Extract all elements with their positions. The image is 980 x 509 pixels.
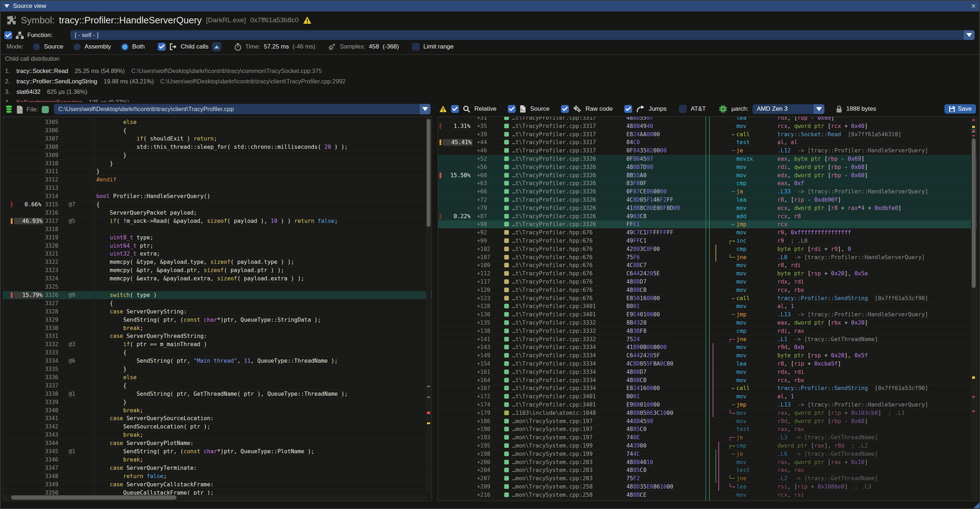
source-line-row[interactable]: 3341 case ServerQuerySourceLocation: <box>3 414 431 423</box>
line-number[interactable]: 3327 <box>45 300 58 307</box>
line-number[interactable]: 3326 <box>45 292 58 298</box>
asm-source-location[interactable]: …t\TracyProfiler.cpp:3401 <box>512 393 596 400</box>
asm-source-location[interactable]: …t\TracyProfiler.cpp:3332 <box>512 320 596 326</box>
line-number[interactable]: 3340 <box>45 407 58 414</box>
asm-source-location[interactable]: …mon\TracySystem.cpp:199 <box>512 451 593 457</box>
child-call-name[interactable]: stat64i32 <box>16 88 41 95</box>
mode-option-both[interactable]: Both <box>132 43 145 50</box>
source-line-row[interactable]: 0.66%3315@7{ <box>3 200 431 209</box>
asm-instruction-row[interactable]: +107…t\TracyProfiler.hpp:67675F6└─jne.L0… <box>438 253 977 262</box>
source-vscrollbar[interactable] <box>426 117 431 493</box>
line-number[interactable]: 3341 <box>45 415 58 422</box>
att-label[interactable]: AT&T <box>691 105 706 113</box>
source-line-row[interactable]: 3345@1 SendString( ptr, (const char*)ptr… <box>3 447 431 456</box>
source-line-row[interactable]: 3340 break; <box>3 407 431 415</box>
asm-mnemonic[interactable]: mov <box>737 262 746 269</box>
child-call-entry[interactable]: 3.stat64i32625 µs (1.36%) <box>5 87 88 96</box>
child-call-entry[interactable]: 1.tracy::Socket::Read25.25 ms (54.89%)C:… <box>5 66 321 75</box>
asm-instruction-row[interactable]: +63…t\TracyProfiler.cpp:332683F80Fcmpeax… <box>438 180 977 188</box>
asm-instruction-row[interactable]: +200…mon\TracySystem.cpp:203488B4010movr… <box>438 458 977 466</box>
asm-source-location[interactable]: …t\TracyProfiler.hpp:676 <box>512 270 593 277</box>
source-line-row[interactable]: 3333 { <box>3 349 431 357</box>
asm-instruction-row[interactable]: +154…t\TracyProfiler.cpp:33344C8D055FBA0… <box>438 360 977 368</box>
jumps-checkbox[interactable] <box>624 105 632 113</box>
asm-mnemonic[interactable]: mov <box>737 164 746 170</box>
asm-source-location[interactable]: …t\TracyProfiler.cpp:3401 <box>512 401 596 408</box>
source-line-row[interactable]: 3314bool Profiler::HandleServerQuery() <box>3 192 431 200</box>
title-bar[interactable]: Source view × <box>1 1 979 11</box>
asm-source-location[interactable]: …t\TracyProfiler.cpp:3317 <box>512 116 596 121</box>
source-line-row[interactable]: 3332@3 if( ptr == m_mainThread ) <box>3 340 431 349</box>
source-line-row[interactable]: 3337 { <box>3 382 431 390</box>
line-number[interactable]: 3347 <box>45 465 58 471</box>
asm-instruction-row[interactable]: 45.41%+44…t\TracyProfiler.cpp:331784C0te… <box>438 138 977 147</box>
asm-mnemonic[interactable]: mov <box>737 172 746 179</box>
line-number[interactable]: 3342 <box>45 423 58 430</box>
asm-instruction-row[interactable]: +135…t\TracyProfiler.cpp:33328B4320movea… <box>438 319 977 327</box>
source-line-row[interactable]: 3313 <box>3 184 431 192</box>
asm-instruction-row[interactable]: +167…t\TracyProfiler.cpp:3334E824160000←… <box>438 384 977 393</box>
source-line-row[interactable]: 3316 ServerQueryPacket payload; <box>3 209 431 217</box>
source-line-row[interactable]: 3329 SendString( ptr, (const char*)ptr, … <box>3 316 431 324</box>
line-number[interactable]: 3334 <box>45 358 58 364</box>
line-number[interactable]: 3322 <box>45 259 58 265</box>
asm-source-location[interactable]: …mon\TracySystem.cpp:197 <box>512 426 593 433</box>
resize-grip[interactable] <box>974 503 979 508</box>
asm-source-location[interactable]: …t\TracyProfiler.cpp:3334 <box>512 352 596 359</box>
asm-source-location[interactable]: …t\TracyProfiler.cpp:3334 <box>512 377 596 383</box>
asm-source-location[interactable]: …t\TracyProfiler.cpp:3326 <box>512 156 596 162</box>
collapse-triangle-icon[interactable] <box>4 4 10 8</box>
asm-mnemonic[interactable]: mov <box>737 344 746 350</box>
asm-instruction-row[interactable]: +193…mon\TracySystem.cpp:197740E┌─je.L3 … <box>438 434 977 442</box>
asm-instruction-row[interactable]: +31…t\TracyProfiler.cpp:3317488D5597lear… <box>438 116 977 122</box>
uarch-select-arrow-icon[interactable] <box>814 104 824 114</box>
asm-vscroll-thumb[interactable] <box>972 138 976 288</box>
close-icon[interactable]: × <box>971 2 976 10</box>
asm-source-location[interactable]: …t\TracyProfiler.hpp:676 <box>512 246 593 252</box>
source-line-row[interactable]: 3323 memcpy( &ptr, &payload.ptr, sizeof(… <box>3 266 431 275</box>
source-line-row[interactable]: 3331 case ServerQueryThreadString: <box>3 332 431 340</box>
asm-instruction-row[interactable]: +79…t\TracyProfiler.cpp:3326418B8C80E0BF… <box>438 204 977 212</box>
asm-instruction-row[interactable]: +149…t\TracyProfiler.cpp:3334C64424205Fm… <box>438 352 977 360</box>
asm-instruction-row[interactable]: 1.31%+35…t\TracyProfiler.cpp:3317488B494… <box>438 122 977 130</box>
asm-mnemonic[interactable]: mov <box>737 410 746 416</box>
asm-mnemonic[interactable]: call <box>737 295 749 302</box>
line-number[interactable]: 3312 <box>45 177 58 183</box>
asm-source-location[interactable]: …t\TracyProfiler.cpp:3326 <box>512 180 596 186</box>
asm-source-location[interactable]: …t\TracyProfiler.cpp:3334 <box>512 385 596 391</box>
asm-source-location[interactable]: …t\TracyProfiler.hpp:676 <box>512 295 593 302</box>
source-line-row[interactable]: 3346 break; <box>3 456 431 464</box>
asm-instruction-row[interactable]: +209…mon\TracySystem.cpp:258488D35E88610… <box>438 483 977 491</box>
source-line-row[interactable]: 3320 uint64_t ptr; <box>3 242 431 250</box>
asm-instruction-row[interactable]: +56…t\TracyProfiler.cpp:3326488B7D98movr… <box>438 163 977 172</box>
asm-source-location[interactable]: …t\TracyProfiler.hpp:676 <box>512 254 593 261</box>
mode-radio-source[interactable] <box>33 43 40 51</box>
source-checkbox[interactable] <box>508 105 516 113</box>
source-pane[interactable]: 3305 else3306 {3307 if( shouldExit ) ret… <box>3 116 432 501</box>
source-line-row[interactable]: 3305 else <box>3 118 431 127</box>
asm-mnemonic[interactable]: add <box>737 213 746 220</box>
line-number[interactable]: 3320 <box>45 243 58 249</box>
source-line-row[interactable]: 3325 <box>3 283 431 291</box>
asm-instruction-row[interactable]: +128…t\TracyProfiler.cpp:3401B001moval, … <box>438 302 977 310</box>
line-number[interactable]: 3338 <box>45 391 58 397</box>
asm-mnemonic[interactable]: test <box>737 467 749 473</box>
asm-source-location[interactable]: …t\TracyProfiler.cpp:3317 <box>512 123 596 129</box>
asm-instruction-row[interactable]: +198…mon\TracySystem.cpp:199744C─je.L6 -… <box>438 450 977 458</box>
line-number[interactable]: 3310 <box>45 160 58 167</box>
asm-source-location[interactable]: …t\TracyProfiler.cpp:3332 <box>512 336 596 343</box>
source-line-row[interactable]: 3330 break; <box>3 324 431 332</box>
asm-mnemonic[interactable]: mov <box>737 303 746 310</box>
asm-source-location[interactable]: …mon\TracySystem.cpp:203 <box>512 467 593 473</box>
asm-mnemonic[interactable]: jmp <box>737 221 746 227</box>
line-number[interactable]: 3349 <box>45 481 58 488</box>
source-line-row[interactable]: 3319 uint8_t type; <box>3 234 431 242</box>
line-number[interactable]: 3344 <box>45 440 58 447</box>
asm-mnemonic[interactable]: test <box>737 426 749 433</box>
line-number[interactable]: 3311 <box>45 168 58 175</box>
child-calls-label[interactable]: Child calls <box>181 43 208 50</box>
asm-source-location[interactable]: …1103\include\atomic:1048 <box>512 410 596 416</box>
asm-mnemonic[interactable]: mov <box>737 369 746 375</box>
asm-instruction-row[interactable]: +190…mon\TracySystem.cpp:1974885C0testra… <box>438 425 977 434</box>
asm-source-location[interactable]: …t\TracyProfiler.cpp:3334 <box>512 369 596 375</box>
